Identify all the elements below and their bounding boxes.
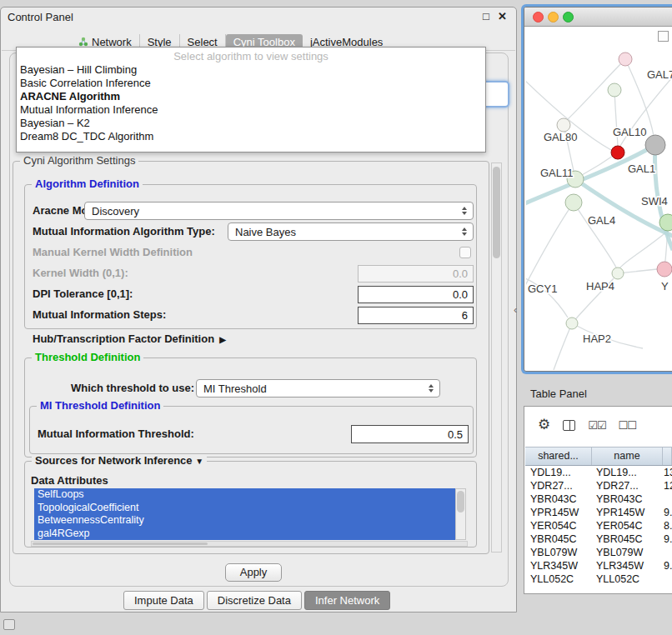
scrollbar-thumb[interactable] [493,167,500,258]
deselect-all-icon[interactable]: ☐☐ [619,419,636,432]
bottom-tab-impute-data[interactable]: Impute Data [123,591,204,610]
network-node[interactable] [657,262,672,277]
control-panel-window: Control Panel □ ✕ NetworkStyleSelectCyni… [0,7,517,612]
aracne-mode-select[interactable]: Discovery [84,202,474,220]
minimized-panel-icon[interactable] [3,619,15,630]
network-node[interactable] [566,318,578,329]
attribute-item[interactable]: SelfLoops [34,488,455,502]
table-row[interactable]: YBL079WYBL079W [525,546,672,559]
table-header: shared...name [525,447,672,466]
table-row[interactable]: YDR27...YDR27...12 [525,479,672,492]
column-header[interactable] [663,448,672,465]
manual-kernel-label: Manual Kernel Width Definition [33,244,193,261]
collapse-arrow-icon: ▼ [195,457,203,466]
mi-steps-input[interactable] [358,307,474,324]
network-node[interactable] [659,214,672,231]
network-edge[interactable] [554,323,572,370]
table-panel-title: Table Panel [530,388,587,400]
scrollbar-thumb[interactable] [33,542,208,545]
network-edge[interactable] [526,202,574,293]
table-row[interactable]: YPR145WYPR145W9. [525,506,672,519]
settings-scrollbar[interactable] [491,162,502,552]
attributes-scrollbar[interactable] [455,488,466,540]
hub-section-toggle[interactable]: Hub/Transcription Factor Definition▶ [33,331,226,348]
network-node[interactable] [612,268,624,279]
stepper-icon [459,228,470,236]
mi-threshold-input[interactable] [351,425,469,443]
bottom-tab-infer-network[interactable]: Infer Network [304,591,390,610]
attributes-hscrollbar[interactable] [31,541,468,547]
algorithm-option-basic-correlation-inference[interactable]: Basic Correlation Inference [17,77,485,90]
manual-kernel-checkbox[interactable] [459,247,471,258]
gear-icon[interactable]: ⚙ [538,417,550,433]
which-threshold-select[interactable]: MI Threshold [196,379,440,398]
select-all-icon[interactable]: ☑☑ [588,419,605,432]
network-node[interactable] [557,118,570,132]
close-icon[interactable]: ✕ [498,10,507,22]
network-node[interactable] [619,52,632,66]
table-cell: YLR345W [525,559,591,572]
table-cell: YBR043C [591,492,661,506]
table-row[interactable]: YER054CYER054C8. [525,519,672,532]
algorithm-option-mutual-information-inference[interactable]: Mutual Information Inference [17,103,485,117]
table-row[interactable]: YLR345WYLR345W9. [525,559,672,572]
node-label: GAL7 [647,68,672,81]
table-cell: 8. [661,519,672,532]
attribute-item[interactable]: BetweennessCentrality [34,514,455,528]
sources-legend[interactable]: Sources for Network Inference ▼ [32,454,207,467]
close-traffic-button[interactable] [533,12,544,22]
algorithm-dropdown-list: Bayesian – Hill ClimbingBasic Correlatio… [17,63,485,143]
dpi-tolerance-label: DPI Tolerance [0,1]: [33,286,133,302]
table-cell [661,546,672,559]
table-cell: YDL19... [591,466,661,479]
stepper-icon [459,207,470,215]
network-edge[interactable] [574,202,616,268]
table-cell: YBR043C [525,492,591,506]
network-node[interactable] [645,135,665,155]
network-node[interactable] [611,146,624,159]
attribute-item[interactable]: TopologicalCoefficient [34,502,455,515]
table-row[interactable]: YBR043CYBR043C [525,492,672,506]
algorithm-option-aracne-algorithm[interactable]: ARACNE Algorithm [17,90,485,103]
mi-type-select[interactable]: Naive Bayes [228,222,474,241]
data-attributes-list[interactable]: SelfLoopsTopologicalCoefficientBetweenne… [34,488,455,540]
table-cell: 9. [661,532,672,546]
network-node[interactable] [608,83,621,97]
network-window-titlebar[interactable] [524,8,672,27]
network-node[interactable] [565,194,582,211]
mi-threshold-legend: MI Threshold Definition [37,399,163,412]
bottom-tab-discretize-data[interactable]: Discretize Data [207,591,302,610]
attribute-item[interactable]: gal4RGexp [34,528,455,541]
algorithm-option-bayesian-k2[interactable]: Bayesian – K2 [17,117,485,130]
minimize-traffic-button[interactable] [548,12,559,22]
algorithm-dropdown: Select algorithm to view settings Bayesi… [16,47,486,152]
table-row[interactable]: YLL052CYLL052C [525,572,672,586]
zoom-traffic-button[interactable] [563,12,574,22]
columns-icon[interactable] [563,420,575,431]
column-header[interactable]: shared... [525,448,592,465]
table-row[interactable]: YDL19...YDL19...13 [525,466,672,479]
stepper-icon [425,384,437,392]
network-graph[interactable]: GAL7GAL80GAL10GAL11GAL1SWI4GAL4GCY1HAP4Y… [526,27,672,370]
window-title: Control Panel [8,11,73,23]
scrollbar-thumb[interactable] [457,491,464,512]
apply-button[interactable]: Apply [225,563,282,582]
table-cell: YPR145W [525,506,591,519]
dpi-tolerance-input[interactable] [358,286,474,303]
algorithm-option-bayesian-hill-climbing[interactable]: Bayesian – Hill Climbing [17,63,485,77]
mi-type-value: Naive Bayes [228,226,459,238]
which-threshold-value: MI Threshold [197,382,425,395]
table-cell: 12 [661,479,672,492]
network-scroll-corner[interactable] [658,31,669,42]
table-cell: 9. [661,506,672,519]
node-label: GAL11 [540,167,574,179]
float-icon[interactable]: □ [483,10,489,22]
threshold-definition-legend: Threshold Definition [32,351,143,363]
table-cell: YBL079W [525,546,591,559]
column-header[interactable]: name [592,448,663,465]
splitter-arrow[interactable]: ‹ [514,303,517,316]
algorithm-option-dream8-dc-tdc-algorithm[interactable]: Dream8 DC_TDC Algorithm [17,130,485,143]
table-cell: YLR345W [591,559,661,572]
table-row[interactable]: YBR045CYBR045C9. [525,532,672,546]
table-cell [661,572,672,586]
